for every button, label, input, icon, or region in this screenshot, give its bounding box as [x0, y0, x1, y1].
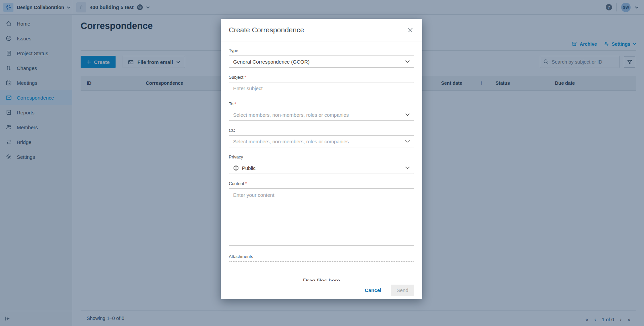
privacy-chevron-down-icon — [405, 167, 410, 169]
type-selected-value: General Correspondence (GCOR) — [233, 59, 310, 65]
close-icon — [408, 28, 413, 33]
cc-select[interactable]: Select members, non-members, roles or co… — [229, 135, 414, 147]
globe-icon — [233, 165, 239, 171]
modal-header: Create Correspondence — [221, 19, 422, 41]
privacy-field-group: Privacy Public — [229, 154, 414, 174]
modal-footer: Cancel Send — [221, 281, 422, 299]
content-textarea[interactable] — [229, 188, 414, 246]
to-label: To* — [229, 101, 414, 106]
required-marker: * — [245, 181, 247, 186]
content-label: Content* — [229, 181, 414, 186]
required-marker: * — [244, 75, 246, 80]
subject-input[interactable] — [229, 82, 414, 94]
privacy-label: Privacy — [229, 154, 414, 159]
to-placeholder: Select members, non-members, roles or co… — [233, 112, 349, 118]
cc-chevron-down-icon — [405, 140, 410, 143]
cancel-button[interactable]: Cancel — [365, 287, 381, 293]
privacy-select[interactable]: Public — [229, 162, 414, 174]
to-field-group: To* Select members, non-members, roles o… — [229, 101, 414, 121]
cc-label: CC — [229, 128, 414, 133]
create-correspondence-modal: Create Correspondence Type General Corre… — [221, 19, 422, 299]
required-marker: * — [234, 101, 236, 106]
modal-title: Create Correspondence — [229, 26, 304, 34]
content-field-group: Content* — [229, 181, 414, 247]
to-chevron-down-icon — [405, 113, 410, 116]
type-label: Type — [229, 48, 414, 53]
type-chevron-down-icon — [405, 60, 410, 63]
type-select[interactable]: General Correspondence (GCOR) — [229, 56, 414, 68]
send-button[interactable]: Send — [391, 285, 414, 296]
subject-field-group: Subject* — [229, 75, 414, 94]
cc-placeholder: Select members, non-members, roles or co… — [233, 139, 349, 144]
cc-field-group: CC Select members, non-members, roles or… — [229, 128, 414, 147]
privacy-selected-value: Public — [242, 165, 256, 171]
modal-body: Type General Correspondence (GCOR) Subje… — [221, 41, 422, 299]
close-button[interactable] — [406, 26, 414, 34]
app-window: Design Collaboration 400 building 5 test — [0, 0, 644, 326]
to-select[interactable]: Select members, non-members, roles or co… — [229, 109, 414, 121]
subject-label: Subject* — [229, 75, 414, 80]
type-field-group: Type General Correspondence (GCOR) — [229, 48, 414, 68]
attachments-label: Attachments — [229, 254, 414, 259]
